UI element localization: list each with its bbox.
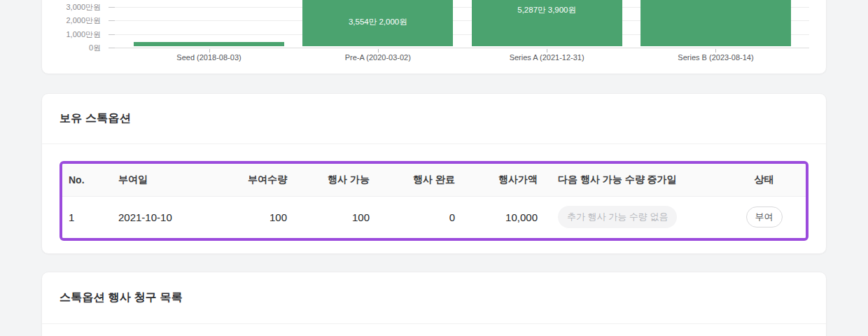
- stock-option-table-highlight[interactable]: No. 부여일 부여수량 행사 가능 행사 완료 행사가액 다음 행사 가능 수…: [59, 161, 808, 241]
- cell-grant-date: 2021-10-10: [111, 196, 230, 238]
- chart-x-tick-label: Series A (2021-12-31): [463, 53, 631, 62]
- col-exercised: 행사 완료: [370, 164, 455, 196]
- funding-round-chart-card: 0원1,000만원2,000만원3,000만원Seed (2018-08-03)…: [41, 0, 827, 74]
- chart-x-tick: [715, 49, 716, 52]
- col-status: 상태: [721, 164, 807, 196]
- chart-y-tick-label: 0원: [42, 43, 101, 52]
- col-granted-qty: 부여수량: [230, 164, 287, 196]
- cell-status: 부여: [721, 196, 807, 238]
- stock-option-table: No. 부여일 부여수량 행사 가능 행사 완료 행사가액 다음 행사 가능 수…: [62, 164, 807, 238]
- chart-y-tick: [108, 48, 115, 48]
- held-stock-options-card: 보유 스톡옵션 No. 부여일 부여수량 행사 가능 행사 완료 행사가액 다: [41, 93, 827, 254]
- chart-bar-value-label: 5,287만 3,900원: [517, 5, 576, 15]
- cell-granted-qty: 100: [230, 196, 287, 238]
- chart-bar-value-label: 3,554만 2,000원: [349, 17, 407, 27]
- chart-y-tick: [108, 7, 115, 8]
- stock-option-page: 0원1,000만원2,000만원3,000만원Seed (2018-08-03)…: [0, 0, 868, 336]
- col-price: 행사가액: [455, 164, 538, 196]
- chart-y-tick: [108, 34, 115, 35]
- chart-y-tick-label: 2,000만원: [42, 15, 101, 25]
- col-grant-date: 부여일: [111, 164, 230, 196]
- chart-x-tick-label: Pre-A (2020-03-02): [294, 53, 462, 62]
- exercise-request-list-card: 스톡옵션 행사 청구 목록: [41, 272, 827, 336]
- cell-next-increase: 추가 행사 가능 수량 없음: [538, 196, 721, 238]
- exercise-request-list-header: 스톡옵션 행사 청구 목록: [42, 272, 826, 324]
- chart-y-tick-label: 1,000만원: [42, 29, 101, 39]
- cell-exercised: 0: [370, 196, 455, 238]
- chart-y-tick-label: 3,000만원: [42, 2, 101, 12]
- chart-x-tick-label: Seed (2018-08-03): [125, 53, 293, 62]
- exercise-request-list-title: 스톡옵션 행사 청구 목록: [59, 290, 183, 305]
- cell-exercisable: 100: [287, 196, 370, 238]
- held-stock-options-header: 보유 스톡옵션: [42, 94, 826, 144]
- col-next-increase: 다음 행사 가능 수량 증가일: [538, 164, 721, 196]
- col-no: No.: [62, 164, 111, 196]
- chart-x-tick-label: Series B (2023-08-14): [631, 53, 799, 62]
- chart-gridline: [113, 48, 809, 48]
- chart-bar: [134, 42, 284, 46]
- col-exercisable: 행사 가능: [287, 164, 370, 196]
- status-badge: 부여: [746, 206, 783, 227]
- chart-bar: [640, 0, 791, 46]
- chart-y-tick: [108, 20, 115, 21]
- cell-price: 10,000: [455, 196, 538, 238]
- table-header-row: No. 부여일 부여수량 행사 가능 행사 완료 행사가액 다음 행사 가능 수…: [62, 164, 807, 196]
- cell-no: 1: [62, 196, 111, 238]
- chart-x-tick: [378, 49, 379, 52]
- bar-chart: 0원1,000만원2,000만원3,000만원Seed (2018-08-03)…: [42, 0, 826, 74]
- table-row[interactable]: 1 2021-10-10 100 100 0 10,000 추가 행사 가능 수…: [62, 196, 807, 238]
- chart-x-tick: [547, 49, 547, 52]
- chart-bar: 3,554만 2,000원: [302, 0, 453, 46]
- held-stock-options-title: 보유 스톡옵션: [59, 111, 131, 126]
- no-additional-qty-pill: 추가 행사 가능 수량 없음: [558, 206, 677, 228]
- chart-bar: 5,287만 3,900원: [472, 0, 622, 46]
- chart-x-tick: [209, 49, 210, 52]
